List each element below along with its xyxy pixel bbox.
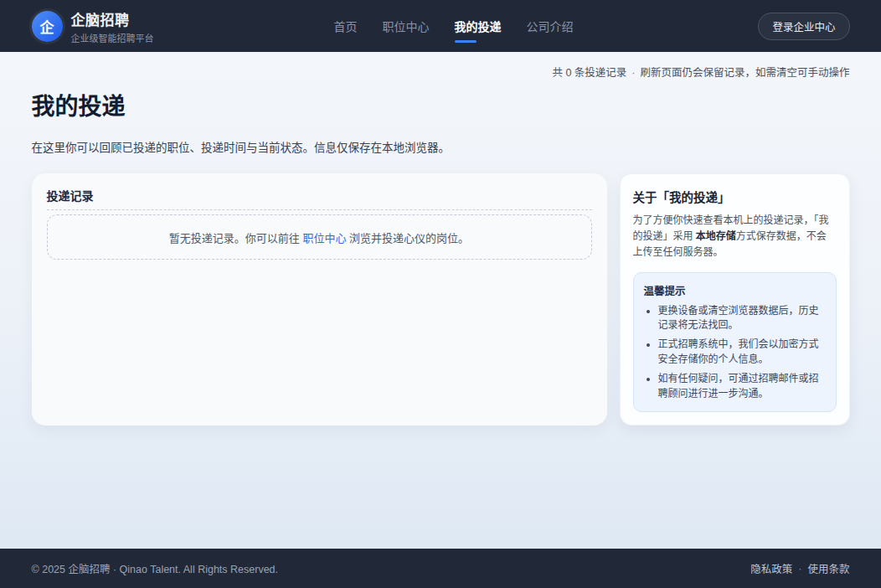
tips-title: 温馨提示	[644, 282, 826, 298]
terms-of-use-link[interactable]: 使用条款	[807, 560, 849, 576]
nav-item-about-company[interactable]: 公司介绍	[527, 13, 574, 39]
tips-item: 如有任何疑问，可通过招聘邮件或招聘顾问进行进一步沟通。	[658, 372, 826, 401]
empty-text-prefix: 暂无投递记录。你可以前往	[169, 232, 303, 245]
nav-item-home[interactable]: 首页	[334, 13, 358, 39]
brand[interactable]: 企 企脑招聘 企业级智能招聘平台	[32, 8, 154, 44]
nav-item-my-applications[interactable]: 我的投递	[455, 13, 502, 39]
application-records-card: 投递记录 暂无投递记录。你可以前往 职位中心 浏览并投递心仪的岗位。	[32, 173, 607, 426]
job-center-link[interactable]: 职位中心	[302, 232, 346, 245]
privacy-policy-link[interactable]: 隐私政策	[750, 560, 792, 576]
about-my-applications-card: 关于「我的投递」 为了方便你快速查看本机上的投递记录，「我的投递」采用 本地存储…	[620, 173, 850, 426]
empty-text-suffix: 浏览并投递心仪的岗位。	[347, 232, 470, 245]
page-description: 在这里你可以回顾已投递的职位、投递时间与当前状态。信息仅保存在本地浏览器。	[32, 138, 850, 155]
tips-item: 正式招聘系统中，我们会以加密方式安全存储你的个人信息。	[658, 338, 826, 367]
page-footer: © 2025 企脑招聘 · Qinao Talent. All Rights R…	[0, 549, 881, 588]
tips-item: 更换设备或清空浏览器数据后，历史记录将无法找回。	[658, 304, 826, 333]
login-enterprise-button[interactable]: 登录企业中心	[758, 13, 849, 40]
meta-separator: ·	[631, 67, 635, 79]
content-columns: 投递记录 暂无投递记录。你可以前往 职位中心 浏览并投递心仪的岗位。 关于「我的…	[32, 173, 850, 426]
applications-count: 共 0 条投递记录	[552, 67, 626, 79]
top-navbar: 企 企脑招聘 企业级智能招聘平台 首页 职位中心 我的投递 公司介绍 登录企业中…	[0, 0, 881, 52]
about-card-title: 关于「我的投递」	[633, 188, 837, 205]
brand-title: 企脑招聘	[71, 8, 154, 29]
brand-logo-icon: 企	[32, 11, 63, 42]
about-body-local-storage: 本地存储	[696, 230, 736, 242]
footer-copyright: © 2025 企脑招聘 · Qinao Talent. All Rights R…	[32, 560, 279, 576]
nav-item-jobs[interactable]: 职位中心	[383, 13, 430, 39]
records-card-title: 投递记录	[47, 187, 592, 210]
footer-links-separator: ·	[798, 563, 801, 575]
page-title: 我的投递	[32, 88, 850, 121]
main-nav: 首页 职位中心 我的投递 公司介绍	[334, 13, 574, 39]
tips-box: 温馨提示 更换设备或清空浏览器数据后，历史记录将无法找回。 正式招聘系统中，我们…	[633, 272, 837, 412]
about-card-body: 为了方便你快速查看本机上的投递记录，「我的投递」采用 本地存储方式保存数据，不会…	[633, 213, 837, 261]
applications-meta-line: 共 0 条投递记录·刷新页面仍会保留记录，如需清空可手动操作	[32, 64, 850, 80]
empty-records-placeholder: 暂无投递记录。你可以前往 职位中心 浏览并投递心仪的岗位。	[47, 214, 592, 260]
brand-subtitle: 企业级智能招聘平台	[71, 31, 154, 44]
main-content: 共 0 条投递记录·刷新页面仍会保留记录，如需清空可手动操作 我的投递 在这里你…	[0, 52, 881, 549]
footer-links: 隐私政策 · 使用条款	[750, 560, 849, 576]
tips-list: 更换设备或清空浏览器数据后，历史记录将无法找回。 正式招聘系统中，我们会以加密方…	[644, 304, 826, 401]
applications-note: 刷新页面仍会保留记录，如需清空可手动操作	[640, 67, 849, 79]
